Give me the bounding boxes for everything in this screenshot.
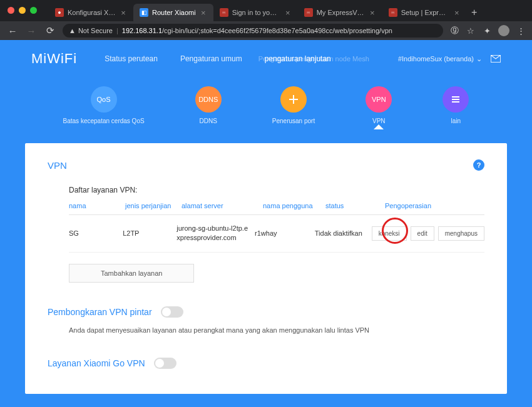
security-indicator[interactable]: ▲ Not Secure: [69, 27, 113, 34]
col-nama: nama: [69, 202, 125, 209]
tab-title: Router Xiaomi: [152, 9, 196, 16]
qos-icon: QoS: [91, 86, 117, 113]
favicon: ●: [55, 8, 64, 17]
address-bar: ← → ⟳ ▲ Not Secure | 192.168.31.1/cgi-bi…: [0, 21, 532, 40]
tab-close-icon[interactable]: ×: [453, 9, 461, 16]
cell-server: jurong-sg-ubuntu-l2tp.expressprovider.co…: [176, 224, 255, 243]
table-row: SG L2TP jurong-sg-ubuntu-l2tp.expresspro…: [69, 215, 484, 253]
feature-qos[interactable]: QoS Batas kecepatan cerdas QoS: [63, 86, 145, 124]
browser-tab-4[interactable]: ⎓ Setup | ExpressVPN ×: [382, 4, 467, 21]
tab-title: Setup | ExpressVPN: [401, 9, 449, 16]
col-status: status: [325, 202, 385, 209]
window-maximize[interactable]: [30, 7, 37, 14]
window-close[interactable]: [8, 7, 14, 14]
tab-title: My ExpressVPN Account: [317, 9, 365, 16]
vpn-panel: VPN ? Daftar layanan VPN: nama jenis per…: [25, 143, 507, 394]
nav-routing-status[interactable]: Status perutean: [105, 54, 158, 63]
more-label: lain: [451, 118, 461, 124]
feature-vpn[interactable]: VPN VPN: [366, 86, 392, 124]
account-label: #IndihomeSux (beranda): [398, 55, 474, 63]
port-label: Penerusan port: [272, 118, 315, 124]
feature-ddns[interactable]: DDNS DDNS: [195, 86, 222, 124]
xiaomi-go-title: Layanan Xiaomi Go VPN: [48, 358, 145, 368]
router-header: MiWiFi Status perutean Pengaturan umum p…: [0, 40, 532, 78]
chevron-down-icon: ⌄: [476, 55, 482, 63]
browser-tab-2[interactable]: ⎓ Sign in to your account | Ex ×: [213, 4, 298, 21]
extension-icon[interactable]: ✦: [482, 26, 492, 36]
not-secure-label: Not Secure: [78, 27, 113, 34]
favicon: ⎓: [220, 8, 228, 17]
tab-close-icon[interactable]: ×: [200, 9, 207, 16]
smart-vpn-title-row: Pembongkaran VPN pintar: [48, 306, 484, 318]
tab-close-icon[interactable]: ×: [284, 9, 292, 16]
smart-vpn-desc: Anda dapat menyesuaikan layanan atau per…: [48, 326, 484, 334]
miwifi-logo[interactable]: MiWiFi: [31, 51, 77, 67]
panel-title: VPN: [48, 160, 67, 171]
more-icon: [442, 86, 469, 113]
cell-jenis: L2TP: [123, 229, 176, 237]
browser-tab-1[interactable]: ◧ Router Xiaomi ×: [133, 4, 213, 21]
account-dropdown[interactable]: #IndihomeSux (beranda) ⌄: [398, 55, 482, 63]
port-forward-icon: [280, 86, 307, 113]
url-host: 192.168.31.1: [122, 27, 162, 34]
url-text: 192.168.31.1/cgi-bin/luci/;stok=d4cee66f…: [122, 27, 392, 34]
favicon: ◧: [140, 8, 148, 17]
col-ops: Pengoperasian: [385, 202, 484, 209]
forward-button[interactable]: →: [25, 24, 38, 37]
tab-title: Konfigurasi Xiaomi Router A: [68, 9, 116, 16]
col-jenis: jenis perjanjian: [125, 202, 182, 209]
browser-tab-3[interactable]: ⎓ My ExpressVPN Account ×: [298, 4, 382, 21]
cell-user: r1whay: [255, 229, 315, 237]
cell-status: Tidak diaktifkan: [315, 229, 372, 237]
browser-tab-0[interactable]: ● Konfigurasi Xiaomi Router A ×: [49, 4, 133, 21]
header-right: Pengaturan pengelolaan node Mesh #Indiho…: [398, 55, 501, 63]
feature-icons: QoS Batas kecepatan cerdas QoS DDNS DDNS…: [0, 78, 532, 143]
ddns-icon: DDNS: [195, 86, 222, 113]
add-service-button[interactable]: Tambahkan layanan: [69, 264, 194, 283]
ddns-label: DDNS: [200, 118, 217, 124]
reload-button[interactable]: ⟳: [44, 24, 56, 37]
smart-vpn-section: Pembongkaran VPN pintar Anda dapat menye…: [48, 306, 484, 334]
panel-header: VPN ?: [48, 159, 484, 171]
warning-icon: ▲: [69, 27, 76, 34]
window-minimize[interactable]: [19, 7, 26, 14]
xiaomi-go-section: Layanan Xiaomi Go VPN: [48, 358, 484, 369]
delete-button[interactable]: menghapus: [438, 226, 484, 241]
nav-general-settings[interactable]: Pengaturan umum: [180, 54, 242, 63]
mesh-link[interactable]: Pengaturan pengelolaan node Mesh: [258, 55, 369, 63]
tab-close-icon[interactable]: ×: [369, 9, 376, 16]
url-box[interactable]: ▲ Not Secure | 192.168.31.1/cgi-bin/luci…: [63, 24, 443, 38]
col-user: nama pengguna: [263, 202, 325, 209]
edit-button[interactable]: edit: [411, 226, 434, 241]
browser-window: ● Konfigurasi Xiaomi Router A × ◧ Router…: [0, 0, 532, 407]
xiaomi-go-toggle[interactable]: [154, 358, 176, 369]
favicon: ⎓: [389, 8, 397, 17]
translate-icon[interactable]: ⓖ: [449, 26, 459, 36]
new-tab-button[interactable]: +: [467, 5, 482, 20]
tab-close-icon[interactable]: ×: [120, 9, 127, 16]
col-server: alamat server: [182, 202, 263, 209]
feature-port-forward[interactable]: Penerusan port: [272, 86, 315, 124]
smart-vpn-toggle[interactable]: [161, 306, 183, 318]
back-button[interactable]: ←: [6, 24, 19, 37]
highlight-circle: [382, 218, 408, 244]
smart-vpn-title: Pembongkaran VPN pintar: [48, 307, 152, 317]
vpn-label: VPN: [372, 118, 386, 124]
qos-label: Batas kecepatan cerdas QoS: [63, 118, 145, 124]
bookmark-icon[interactable]: ☆: [466, 26, 476, 36]
tab-bar: ● Konfigurasi Xiaomi Router A × ◧ Router…: [0, 0, 532, 21]
vpn-icon: VPN: [366, 86, 392, 113]
tab-title: Sign in to your account | Ex: [232, 9, 280, 16]
profile-icon[interactable]: [498, 25, 509, 36]
list-label: Daftar layanan VPN:: [69, 186, 484, 194]
menu-icon[interactable]: ⋮: [516, 26, 526, 36]
help-icon[interactable]: ?: [473, 159, 484, 171]
window-controls: [8, 7, 37, 14]
active-arrow-icon: [374, 124, 384, 129]
table-header: nama jenis perjanjian alamat server nama…: [69, 202, 484, 215]
url-path: /cgi-bin/luci/;stok=d4cee66f2f5679fe8d38…: [162, 27, 392, 34]
page-content: MiWiFi Status perutean Pengaturan umum p…: [0, 40, 532, 407]
mail-icon[interactable]: [491, 55, 501, 63]
toolbar-icons: ⓖ ☆ ✦ ⋮: [449, 25, 526, 36]
feature-more[interactable]: lain: [442, 86, 469, 124]
